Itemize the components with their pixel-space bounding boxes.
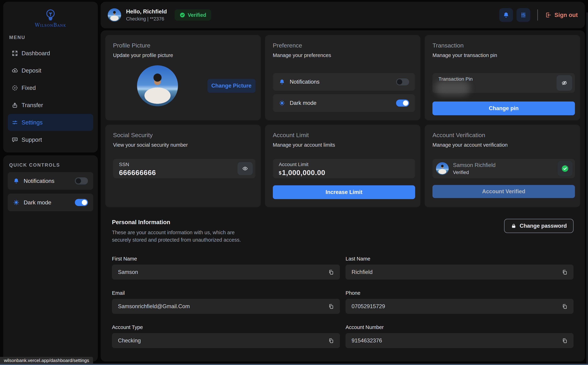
personal-fields-grid: First Name Samson Last Name Richfield	[112, 256, 574, 348]
notifications-button[interactable]	[499, 8, 513, 22]
window-bottom-edge	[0, 364, 588, 365]
ssn-value: 666666666	[119, 169, 255, 177]
currency-symbol: $	[279, 170, 282, 175]
field-label: SSN	[119, 162, 255, 167]
toggle-knob	[397, 79, 402, 84]
field-value: 9154632376	[352, 337, 382, 344]
toggle-knob	[82, 200, 87, 205]
vertical-sliders-icon	[520, 12, 527, 18]
card-title: Account Verification	[432, 132, 575, 139]
first-name-field: First Name Samson	[112, 256, 340, 280]
sidebar-item-support[interactable]: Support	[8, 131, 93, 148]
eye-off-icon	[561, 80, 567, 86]
quick-control-notifications: Notifications	[8, 172, 93, 190]
dashboard-expand-icon	[12, 50, 18, 56]
field-label: Last Name	[346, 256, 574, 262]
settings-page: WilsonBank MENU Dashboard	[0, 0, 588, 365]
hidden-pin-value	[435, 81, 470, 96]
toggle-pin-visibility-button[interactable]	[557, 75, 572, 91]
notifications-toggle[interactable]	[75, 177, 88, 184]
field-label: Phone	[346, 290, 574, 296]
card-title: Profile Picture	[113, 42, 255, 49]
sidebar-item-label: Support	[21, 136, 42, 143]
card-subtitle: Manage your preferences	[273, 52, 415, 58]
verification-status-row: Samson Richfield Verified	[432, 159, 575, 178]
page-scrollbar[interactable]	[587, 12, 588, 364]
change-password-label: Change password	[520, 223, 567, 229]
toggle-knob	[403, 100, 408, 106]
change-picture-button[interactable]: Change Picture	[207, 79, 255, 93]
verified-badge-button[interactable]	[558, 161, 573, 176]
verified-check-icon	[180, 12, 185, 18]
account-limit-card: Account Limit Manage your account limits…	[265, 125, 421, 207]
verification-status: Verified	[453, 170, 496, 175]
card-subtitle: View your social security number	[113, 142, 255, 148]
account-limit-field: Account Limit $1,000,000.00	[273, 159, 415, 178]
field-value: Richfield	[352, 269, 373, 275]
wilsonbank-bulb-icon	[3, 8, 98, 22]
copy-icon[interactable]	[562, 338, 567, 344]
sidebar-item-transfer[interactable]: Transfer	[8, 97, 93, 113]
copy-icon[interactable]	[562, 269, 567, 275]
ssn-field: SSN 666666666	[113, 159, 255, 178]
sign-out-button[interactable]: Sign out	[545, 12, 578, 18]
sidebar-nav: Dashboard Deposit Fixed	[3, 45, 98, 148]
increase-limit-button[interactable]: Increase Limit	[273, 185, 415, 199]
social-security-card: Social Security View your social securit…	[105, 125, 261, 207]
lock-icon	[511, 223, 517, 229]
transaction-card: Transaction Manage your transaction pin …	[425, 35, 580, 120]
card-title: Transaction	[432, 42, 575, 49]
account-holder-name: Samson Richfield	[453, 162, 496, 168]
sidebar-item-label: Deposit	[21, 67, 41, 74]
toggle-ssn-visibility-button[interactable]	[238, 162, 253, 175]
field-label: Account Type	[112, 324, 340, 330]
preference-dark-mode-row: Dark mode	[273, 94, 415, 112]
field-value: Samsonrichfield@Gmail.Com	[118, 303, 190, 309]
quick-control-label: Notifications	[24, 178, 54, 184]
change-password-button[interactable]: Change password	[504, 219, 574, 233]
sidebar-item-label: Settings	[21, 119, 43, 126]
brand-name: WilsonBank	[3, 22, 98, 28]
section-title: Personal Information	[112, 219, 248, 225]
card-subtitle: Manage your account limits	[273, 142, 415, 148]
logout-icon	[545, 12, 552, 18]
verified-badge: Verified	[175, 9, 211, 21]
sidebar-item-label: Transfer	[21, 102, 43, 109]
card-title: Preference	[273, 42, 415, 49]
upload-box-icon	[12, 102, 18, 108]
field-label: Account Limit	[279, 162, 415, 167]
sidebar: WilsonBank MENU Dashboard	[3, 2, 98, 153]
copy-icon[interactable]	[328, 304, 334, 309]
header: Hello, Richfield Checking | **2376 Verif…	[101, 2, 585, 28]
sidebar-item-label: Fixed	[21, 84, 36, 91]
copy-icon[interactable]	[328, 338, 334, 344]
dashed-circle-icon	[12, 85, 18, 91]
sidebar-item-fixed[interactable]: Fixed	[8, 79, 93, 96]
account-verified-button: Account Verified	[432, 185, 575, 198]
field-label: First Name	[112, 256, 340, 262]
account-summary: Checking | **2376	[126, 16, 167, 22]
sliders-icon	[12, 119, 18, 126]
email-field: Email Samsonrichfield@Gmail.Com	[112, 290, 340, 314]
field-value: Checking	[118, 337, 141, 344]
sidebar-item-settings[interactable]: Settings	[8, 114, 93, 131]
avatar	[108, 8, 121, 22]
toggle-knob	[76, 178, 81, 183]
account-limit-value: $1,000,000.00	[279, 169, 415, 177]
copy-icon[interactable]	[562, 304, 567, 309]
limit-amount: 1,000,000.00	[282, 169, 326, 176]
preference-notifications-row: Notifications	[273, 73, 415, 91]
change-pin-button[interactable]: Change pin	[432, 101, 575, 115]
preference-label: Dark mode	[290, 100, 317, 106]
copy-icon[interactable]	[328, 269, 334, 275]
notifications-toggle[interactable]	[396, 78, 409, 85]
dark-mode-toggle[interactable]	[75, 199, 88, 206]
sign-out-label: Sign out	[554, 12, 578, 18]
dark-mode-toggle[interactable]	[396, 99, 409, 107]
sidebar-item-dashboard[interactable]: Dashboard	[8, 45, 93, 62]
sun-icon	[13, 199, 19, 206]
preferences-button[interactable]	[517, 8, 530, 22]
sidebar-item-deposit[interactable]: Deposit	[8, 62, 93, 79]
preference-card: Preference Manage your preferences Notif…	[265, 35, 421, 120]
header-divider	[537, 9, 538, 21]
